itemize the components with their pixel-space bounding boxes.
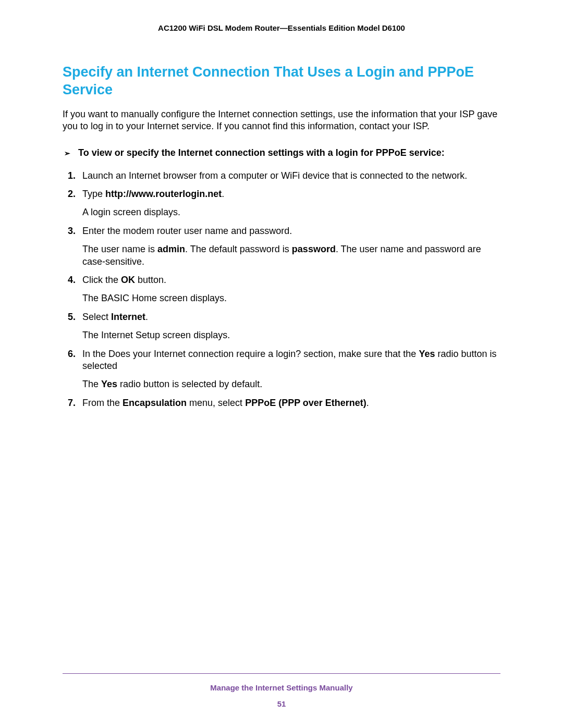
step-text: In the Does your Internet connection req… — [82, 348, 500, 373]
step-number: 4. — [68, 274, 76, 286]
step-3: 3. Enter the modem router user name and … — [82, 225, 500, 268]
step-4: 4. Click the OK button. The BASIC Home s… — [82, 274, 500, 305]
step-number: 3. — [68, 225, 76, 237]
page-footer: Manage the Internet Settings Manually 51 — [63, 673, 500, 708]
page-header: AC1200 WiFi DSL Modem Router—Essentials … — [63, 23, 500, 32]
footer-page-number: 51 — [63, 699, 500, 708]
step-number: 7. — [68, 397, 76, 409]
step-text: Launch an Internet browser from a comput… — [82, 170, 500, 182]
step-subtext: The user name is admin. The default pass… — [82, 243, 500, 268]
intro-paragraph: If you want to manually configure the In… — [63, 108, 500, 133]
step-subtext: The BASIC Home screen displays. — [82, 292, 500, 304]
step-number: 2. — [68, 188, 76, 200]
step-text: Type http://www.routerlogin.net. — [82, 188, 500, 200]
step-text: Select Internet. — [82, 311, 500, 323]
step-text: Enter the modem router user name and pas… — [82, 225, 500, 237]
step-2: 2. Type http://www.routerlogin.net. A lo… — [82, 188, 500, 219]
step-7: 7. From the Encapsulation menu, select P… — [82, 397, 500, 409]
step-subtext: The Internet Setup screen displays. — [82, 329, 500, 341]
section-title: Specify an Internet Connection That Uses… — [63, 64, 500, 99]
step-6: 6. In the Does your Internet connection … — [82, 348, 500, 391]
step-number: 5. — [68, 311, 76, 323]
step-1: 1. Launch an Internet browser from a com… — [82, 170, 500, 182]
footer-divider — [63, 673, 500, 674]
step-text: Click the OK button. — [82, 274, 500, 286]
step-text: From the Encapsulation menu, select PPPo… — [82, 397, 500, 409]
procedure-intro-text: To view or specify the Internet connecti… — [78, 147, 445, 158]
arrow-icon: ➢ — [64, 149, 70, 158]
step-subtext: The Yes radio button is selected by defa… — [82, 378, 500, 390]
step-number: 6. — [68, 348, 76, 360]
steps-list: 1. Launch an Internet browser from a com… — [63, 170, 500, 409]
footer-chapter: Manage the Internet Settings Manually — [63, 683, 500, 692]
step-number: 1. — [68, 170, 76, 182]
step-subtext: A login screen displays. — [82, 206, 500, 218]
procedure-intro: ➢ To view or specify the Internet connec… — [63, 147, 500, 159]
step-5: 5. Select Internet. The Internet Setup s… — [82, 311, 500, 342]
